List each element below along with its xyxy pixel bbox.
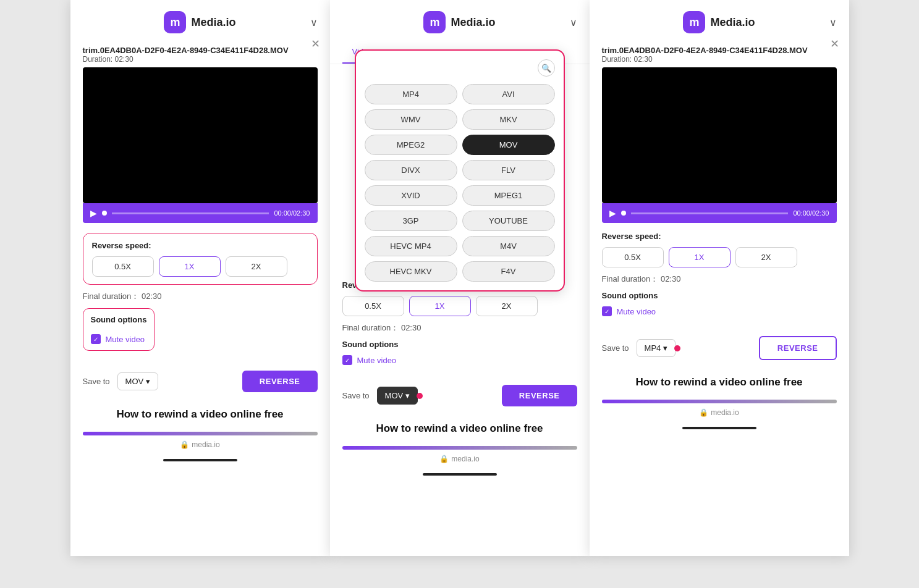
format-xvid[interactable]: XVID <box>365 185 457 206</box>
progress-bar[interactable] <box>112 212 269 214</box>
logo-icon-2: m <box>423 11 446 33</box>
format-select-button-3[interactable]: MP4 ▾ <box>637 339 675 357</box>
bottom-bar-2: Save to MOV ▾ REVERSE <box>330 375 590 416</box>
play-icon[interactable]: ▶ <box>90 208 97 218</box>
reverse-button-3[interactable]: REVERSE <box>759 336 837 360</box>
save-to-row-3: Save to MP4 ▾ <box>602 339 675 357</box>
speed-1x[interactable]: 1X <box>159 256 221 277</box>
footer-domain-3: 🔒 media.io <box>590 403 849 422</box>
reverse-button[interactable]: REVERSE <box>242 371 318 392</box>
format-divx[interactable]: DIVX <box>365 160 457 180</box>
app-name-3: Media.io <box>710 16 755 29</box>
final-duration-3: Final duration： 02:30 <box>602 274 837 285</box>
logo-3: m Media.io <box>683 11 755 33</box>
speed-2x-3[interactable]: 2X <box>735 247 797 267</box>
save-to-row-2: Save to MOV ▾ <box>342 387 418 405</box>
file-name-3: trim.0EA4DB0A-D2F0-4E2A-8949-C34E411F4D2… <box>602 46 837 55</box>
bottom-bar: Save to MOV ▾ REVERSE <box>70 361 330 402</box>
format-grid: MP4 AVI WMV MKV MPEG2 MOV DIVX FLV XVID … <box>365 84 555 282</box>
sound-options-section: Sound options ✓ Mute video <box>83 308 318 351</box>
search-row: 🔍 <box>365 59 555 77</box>
speed-0.5x[interactable]: 0.5X <box>92 256 154 277</box>
speed-1x-2[interactable]: 1X <box>409 296 471 316</box>
search-icon[interactable]: 🔍 <box>538 59 555 77</box>
format-mp4[interactable]: MP4 <box>365 84 457 104</box>
sound-options-section-3: Sound options ✓ Mute video <box>602 291 837 316</box>
format-select-button-2[interactable]: MOV ▾ <box>377 387 418 405</box>
format-f4v[interactable]: F4V <box>462 261 555 282</box>
speed-0.5x-3[interactable]: 0.5X <box>602 247 664 267</box>
save-to-label-3: Save to <box>602 343 629 353</box>
chevron-down-icon[interactable]: ∨ <box>310 17 318 28</box>
lock-icon-2: 🔒 <box>439 455 449 463</box>
app-header-3: m Media.io ∨ <box>590 0 849 41</box>
close-button[interactable]: ✕ <box>311 37 320 51</box>
save-to-label-2: Save to <box>342 391 370 400</box>
format-avi[interactable]: AVI <box>462 84 555 104</box>
speed-2x[interactable]: 2X <box>226 256 287 277</box>
progress-bar-3[interactable] <box>631 212 789 214</box>
format-youtube[interactable]: YOUTUBE <box>462 211 555 231</box>
logo-icon-3: m <box>683 11 705 33</box>
file-name: trim.0EA4DB0A-D2F0-4E2A-8949-C34E411F4D2… <box>83 46 318 55</box>
lock-icon-3: 🔒 <box>699 408 708 417</box>
speed-0.5x-2[interactable]: 0.5X <box>342 296 404 316</box>
format-mpeg2[interactable]: MPEG2 <box>365 135 457 155</box>
sound-options-label-2: Sound options <box>342 340 577 349</box>
footer-title-3: How to rewind a video online free <box>590 370 849 395</box>
logo-icon: m <box>164 11 186 33</box>
home-indicator-3 <box>682 427 756 429</box>
home-indicator-2 <box>423 473 497 476</box>
app-name-2: Media.io <box>451 16 495 29</box>
close-button-3[interactable]: ✕ <box>830 37 839 51</box>
progress-dot <box>102 211 107 216</box>
speed-1x-3[interactable]: 1X <box>669 247 731 267</box>
sound-options-label: Sound options <box>91 315 147 324</box>
format-mkv[interactable]: MKV <box>462 109 555 130</box>
mute-video-row-3: ✓ Mute video <box>602 306 837 316</box>
progress-dot-3 <box>621 211 626 216</box>
format-wmv[interactable]: WMV <box>365 109 457 130</box>
time-display: 00:00/02:30 <box>274 209 310 217</box>
format-mpeg1[interactable]: MPEG1 <box>462 185 555 206</box>
footer-domain-2: 🔒 media.io <box>330 450 590 468</box>
app-name: Media.io <box>191 16 235 29</box>
player-controls-3: ▶ 00:00/02:30 <box>602 203 837 223</box>
mute-video-row-2: ✓ Mute video <box>342 355 577 365</box>
chevron-down-icon-2[interactable]: ∨ <box>570 17 577 28</box>
mute-checkbox-2[interactable]: ✓ <box>342 355 352 365</box>
sound-options-label-3: Sound options <box>602 291 837 300</box>
format-3gp[interactable]: 3GP <box>365 211 457 231</box>
speed-grid-2: 0.5X 1X 2X <box>342 296 577 316</box>
mute-checkbox[interactable]: ✓ <box>91 334 101 344</box>
footer-domain: 🔒 media.io <box>70 435 330 454</box>
sound-options-box: Sound options ✓ Mute video <box>83 308 155 351</box>
video-player[interactable] <box>83 67 318 203</box>
file-info: trim.0EA4DB0A-D2F0-4E2A-8949-C34E411F4D2… <box>70 41 330 67</box>
format-flv[interactable]: FLV <box>462 160 555 180</box>
sound-options-section-2: Sound options ✓ Mute video <box>342 340 577 365</box>
video-player-3[interactable] <box>602 67 837 203</box>
reverse-speed-label-3: Reverse speed: <box>602 232 837 241</box>
format-m4v[interactable]: M4V <box>462 236 555 256</box>
format-hevcmp4[interactable]: HEVC MP4 <box>365 236 457 256</box>
speed-2x-2[interactable]: 2X <box>476 296 538 316</box>
panel-3: m Media.io ∨ ✕ trim.0EA4DB0A-D2F0-4E2A-8… <box>590 0 849 556</box>
logo-2: m Media.io <box>423 11 495 33</box>
save-to-label: Save to <box>83 377 110 386</box>
format-mov[interactable]: MOV <box>462 135 555 155</box>
player-controls: ▶ 00:00/02:30 <box>83 203 318 223</box>
chevron-down-icon-3[interactable]: ∨ <box>829 17 837 28</box>
format-select-button[interactable]: MOV ▾ <box>117 372 158 390</box>
panel-1: m Media.io ∨ ✕ trim.0EA4DB0A-D2F0-4E2A-8… <box>70 0 330 556</box>
speed-grid: 0.5X 1X 2X <box>92 256 308 277</box>
format-hevcmkv[interactable]: HEVC MKV <box>365 261 457 282</box>
bottom-bar-3: Save to MP4 ▾ REVERSE <box>590 326 849 370</box>
logo: m Media.io <box>164 11 235 33</box>
footer-title: How to rewind a video online free <box>70 402 330 427</box>
lock-icon: 🔒 <box>180 440 189 449</box>
reverse-button-2[interactable]: REVERSE <box>502 385 577 406</box>
play-icon-3[interactable]: ▶ <box>609 208 616 218</box>
final-duration: Final duration： 02:30 <box>83 291 318 302</box>
mute-checkbox-3[interactable]: ✓ <box>602 306 612 316</box>
